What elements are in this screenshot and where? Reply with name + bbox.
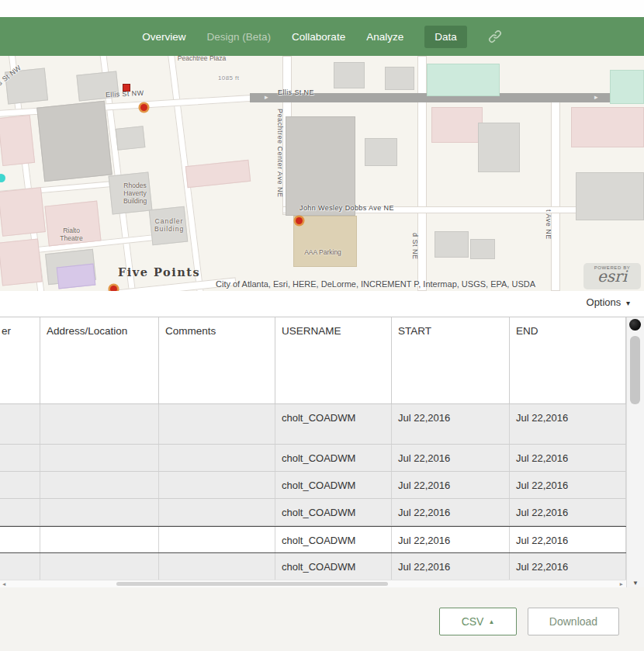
- cell-number: [0, 445, 40, 471]
- cell-username: cholt_COADWM: [275, 445, 392, 471]
- tab-data[interactable]: Data: [424, 26, 467, 48]
- table-row-selected[interactable]: cholt_COADWM Jul 22,2016 Jul 22,2016: [0, 526, 626, 553]
- place-label-line: Rialto: [51, 227, 92, 234]
- map-building: [57, 264, 96, 289]
- tab-analyze[interactable]: Analyze: [366, 31, 403, 43]
- table-body: cholt_COADWM Jul 22,2016 Jul 22,2016 cho…: [0, 404, 626, 580]
- map-road: [551, 101, 560, 291]
- cell-end: Jul 22,2016: [510, 553, 626, 580]
- download-button[interactable]: Download: [528, 608, 619, 635]
- map-cyan-marker[interactable]: [0, 174, 5, 182]
- table-row[interactable]: cholt_COADWM Jul 22,2016 Jul 22,2016: [0, 445, 626, 472]
- cell-end: Jul 22,2016: [510, 404, 626, 444]
- street-label-ellis-st-ne: Ellis St NE: [278, 88, 314, 96]
- map-building: [334, 62, 365, 88]
- main-nav: Overview Design (Beta) Collaborate Analy…: [0, 17, 644, 56]
- map-building: [385, 67, 414, 90]
- linked-content-icon[interactable]: [488, 29, 502, 43]
- table-row[interactable]: cholt_COADWM Jul 22,2016 Jul 22,2016: [0, 404, 626, 445]
- options-label: Options: [587, 296, 621, 308]
- cell-address: [40, 553, 159, 580]
- scroll-left-icon[interactable]: ◄: [2, 581, 6, 587]
- map-building: [185, 160, 251, 188]
- map-building: [365, 138, 397, 166]
- cell-end: Jul 22,2016: [510, 499, 626, 525]
- cell-address: [40, 445, 159, 471]
- table-toolbar: Options ▾: [0, 291, 644, 317]
- cell-number: [0, 553, 40, 580]
- survey-point-marker[interactable]: [140, 104, 147, 111]
- table-row[interactable]: cholt_COADWM Jul 22,2016 Jul 22,2016: [0, 553, 626, 580]
- column-header-end[interactable]: END: [510, 317, 626, 403]
- table-row[interactable]: cholt_COADWM Jul 22,2016 Jul 22,2016: [0, 499, 626, 526]
- table-scroll-top-button[interactable]: [629, 319, 641, 331]
- tab-overview[interactable]: Overview: [142, 31, 185, 43]
- cell-address: [40, 527, 159, 552]
- map-building: [0, 238, 43, 286]
- map-building: [431, 107, 483, 143]
- map-building: [478, 123, 520, 172]
- cell-comments: [159, 472, 275, 498]
- map-parking-lot: [293, 216, 357, 267]
- tab-design-beta[interactable]: Design (Beta): [207, 31, 272, 43]
- options-menu[interactable]: Options ▾: [587, 296, 630, 308]
- csv-export-button[interactable]: CSV ▲: [439, 608, 517, 635]
- place-label-line: Building: [149, 225, 189, 233]
- survey123-data-page: Overview Design (Beta) Collaborate Analy…: [0, 0, 644, 651]
- map-building: [435, 231, 469, 258]
- place-label-five-points: Five Points: [118, 265, 200, 279]
- column-header-username[interactable]: USERNAME: [275, 317, 392, 403]
- column-header-number[interactable]: er: [0, 317, 40, 403]
- map-building: [571, 107, 644, 147]
- cell-address: [40, 404, 159, 444]
- map-building: [0, 187, 46, 237]
- esri-logo[interactable]: POWERED BY esri: [583, 263, 641, 289]
- place-label-line: Candler: [149, 217, 189, 225]
- scroll-right-icon[interactable]: ►: [619, 581, 624, 587]
- tab-collaborate[interactable]: Collaborate: [292, 31, 345, 43]
- place-label-line: Theatre: [51, 234, 92, 242]
- one-way-arrow-icon: ▸: [265, 93, 268, 101]
- place-label-candler-building: Candler Building: [149, 217, 189, 233]
- cell-comments: [159, 445, 275, 471]
- horizontal-scrollbar-thumb[interactable]: [116, 582, 388, 586]
- map-building: [36, 101, 113, 182]
- map-canvas[interactable]: ▸ ▸ s St NW Peachtree Plaza 1085 ft El: [0, 56, 644, 291]
- scroll-down-icon[interactable]: ▼: [627, 580, 644, 587]
- cell-username: cholt_COADWM: [275, 404, 392, 444]
- map-incident-marker[interactable]: [123, 84, 130, 92]
- street-label-piedmont-partial: t Ave NE: [545, 209, 552, 240]
- cell-comments: [159, 553, 275, 580]
- place-label-line: Haverty: [113, 189, 157, 197]
- horizontal-scrollbar[interactable]: ◄ ►: [0, 580, 626, 587]
- vertical-scrollbar-thumb[interactable]: [630, 336, 640, 404]
- cell-comments: [159, 404, 275, 444]
- map-building: [286, 116, 355, 216]
- caret-up-icon: ▲: [488, 618, 494, 625]
- export-footer: CSV ▲ Download: [0, 587, 644, 651]
- map-park-area: [610, 70, 644, 104]
- chevron-down-icon: ▾: [626, 299, 630, 307]
- column-header-comments[interactable]: Comments: [159, 317, 275, 403]
- cell-number: [0, 472, 40, 498]
- column-header-address[interactable]: Address/Location: [40, 317, 159, 403]
- cell-username: cholt_COADWM: [275, 527, 392, 552]
- column-header-start[interactable]: START: [392, 317, 510, 403]
- survey-point-marker[interactable]: [296, 217, 303, 224]
- map-building: [0, 115, 35, 166]
- survey-point-marker[interactable]: [110, 286, 117, 291]
- cell-start: Jul 22,2016: [392, 445, 510, 471]
- nav-tabs: Overview Design (Beta) Collaborate Analy…: [0, 17, 644, 56]
- map-building: [470, 239, 495, 259]
- table-row[interactable]: cholt_COADWM Jul 22,2016 Jul 22,2016: [0, 472, 626, 499]
- cell-start: Jul 22,2016: [392, 553, 510, 580]
- vertical-scrollbar[interactable]: ▼: [626, 317, 644, 588]
- place-label-peachtree-plaza: Peachtree Plaza: [177, 56, 227, 62]
- street-label-john-wesley-dobbs: John Wesley Dobbs Ave NE: [299, 204, 394, 212]
- cell-end: Jul 22,2016: [510, 445, 626, 471]
- esri-brand-label: esri: [583, 270, 641, 283]
- cell-start: Jul 22,2016: [392, 404, 510, 444]
- map-attribution: City of Atlanta, Esri, HERE, DeLorme, IN…: [216, 279, 535, 289]
- place-label-line: Building: [113, 197, 157, 205]
- cell-start: Jul 22,2016: [392, 472, 510, 498]
